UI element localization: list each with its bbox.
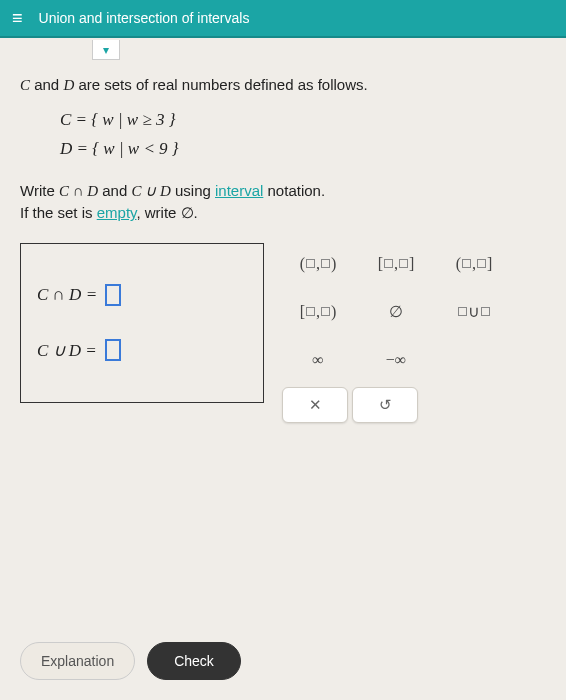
- answer-union: C ∪ D =: [37, 339, 247, 361]
- btn-neg-infinity[interactable]: −∞: [360, 339, 432, 381]
- check-button[interactable]: Check: [147, 642, 241, 680]
- instr-mid: and: [98, 182, 131, 199]
- definition-d: D = { w | w < 9 }: [60, 135, 546, 164]
- explanation-button[interactable]: Explanation: [20, 642, 135, 680]
- content-area: C and D are sets of real numbers defined…: [0, 38, 566, 443]
- undo-icon: ↺: [379, 396, 392, 414]
- chevron-down-icon[interactable]: ▾: [92, 40, 120, 60]
- cap-input[interactable]: [105, 284, 121, 306]
- btn-open-closed[interactable]: (,]: [438, 243, 510, 285]
- symbol-palette: (,) [,] (,] [,) ∅ ∪ ∞ −∞: [282, 243, 510, 381]
- work-row: C ∩ D = C ∪ D = (,) [,] (,] [,) ∅ ∪ ∞ −∞: [20, 243, 546, 423]
- instr-end: notation.: [263, 182, 325, 199]
- link-interval[interactable]: interval: [215, 182, 263, 199]
- menu-icon[interactable]: ≡: [12, 8, 23, 29]
- instruction-text: Write C ∩ D and C ∪ D using interval not…: [20, 180, 546, 225]
- intro-and: and: [30, 76, 63, 93]
- instr-pre: Write: [20, 182, 59, 199]
- btn-empty-set[interactable]: ∅: [360, 291, 432, 333]
- bottom-bar: Explanation Check: [20, 642, 241, 680]
- btn-closed-open[interactable]: [,): [282, 291, 354, 333]
- cup-label: C ∪ D =: [37, 340, 97, 361]
- btn-closed-closed[interactable]: [,]: [360, 243, 432, 285]
- cup-input[interactable]: [105, 339, 121, 361]
- intro-suffix: are sets of real numbers defined as foll…: [74, 76, 367, 93]
- intro-text: C and D are sets of real numbers defined…: [20, 76, 546, 94]
- btn-union-template[interactable]: ∪: [438, 291, 510, 333]
- app-header: ≡ Union and intersection of intervals: [0, 0, 566, 38]
- instr-cup: C ∪ D: [131, 183, 170, 199]
- definition-c: C = { w | w ≥ 3 }: [60, 106, 546, 135]
- btn-infinity[interactable]: ∞: [282, 339, 354, 381]
- palette-wrapper: (,) [,] (,] [,) ∅ ∪ ∞ −∞ ✕ ↺: [282, 243, 510, 423]
- cap-label: C ∩ D =: [37, 285, 97, 305]
- var-d: D: [63, 77, 74, 93]
- palette-actions: ✕ ↺: [282, 381, 510, 423]
- var-c: C: [20, 77, 30, 93]
- answer-box: C ∩ D = C ∪ D =: [20, 243, 264, 403]
- close-icon: ✕: [309, 396, 322, 414]
- page-title: Union and intersection of intervals: [39, 10, 250, 26]
- clear-button[interactable]: ✕: [282, 387, 348, 423]
- instr2-post: , write ∅.: [136, 204, 197, 221]
- pal-spacer: [438, 339, 510, 381]
- instr-cap: C ∩ D: [59, 183, 98, 199]
- undo-button[interactable]: ↺: [352, 387, 418, 423]
- link-empty[interactable]: empty: [97, 204, 137, 221]
- answer-intersection: C ∩ D =: [37, 284, 247, 306]
- btn-open-open[interactable]: (,): [282, 243, 354, 285]
- definitions: C = { w | w ≥ 3 } D = { w | w < 9 }: [60, 106, 546, 164]
- instr-post: using: [171, 182, 215, 199]
- instr2-pre: If the set is: [20, 204, 97, 221]
